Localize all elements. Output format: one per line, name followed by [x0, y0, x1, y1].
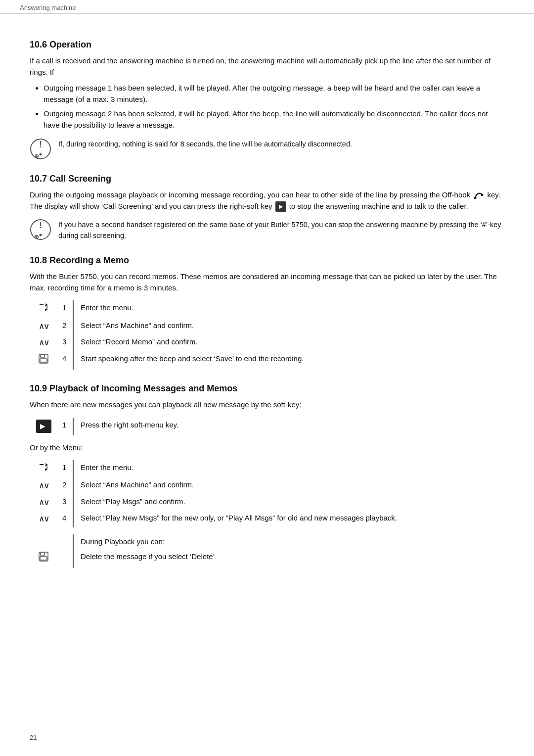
delete-num-blank [59, 549, 73, 568]
step-text-10-8-4: Start speaking after the beep and select… [73, 351, 504, 370]
step-10-9-3: ∧∨ 3 Select “Play Msgs” and confirm. [30, 494, 504, 511]
svg-point-14 [481, 193, 484, 196]
svg-point-17 [40, 234, 42, 236]
offhook-icon [474, 191, 484, 199]
section-10-9-menu-steps: 1 Enter the menu. ∧∨ 2 Select “Ans Machi… [30, 460, 504, 527]
step-10-8-3: ∧∨ 3 Select “Record Memo” and confirm. [30, 334, 504, 351]
step-icon-updown-3: ∧∨ [30, 477, 59, 494]
step-num-10-9-1: 1 [59, 460, 73, 478]
step-text-10-9-sk-1: Press the right soft-menu key. [73, 418, 504, 435]
menu-icon-2 [38, 462, 49, 472]
step-text-10-9-2: Select “Ans Machine” and confirm. [73, 477, 504, 494]
step-num-10-9-2: 2 [59, 477, 73, 494]
section-10-7-title: 10.7 Call Screening [30, 174, 504, 184]
step-icon-menu [30, 300, 59, 318]
step-10-9-4: ∧∨ 4 Select “Play New Msgs” for the new … [30, 511, 504, 527]
note-text-10-7: If you have a second handset registered … [58, 219, 504, 241]
step-10-9-2: ∧∨ 2 Select “Ans Machine” and confirm. [30, 477, 504, 494]
svg-point-9 [40, 153, 42, 155]
svg-text:!: ! [39, 220, 42, 230]
section-10-8-body: With the Butler 5750, you can record mem… [30, 271, 504, 294]
step-num-blank [59, 534, 73, 550]
section-10-7-body3: to stop the answering machine and to tal… [289, 202, 468, 210]
svg-text:!: ! [39, 140, 42, 149]
bullet-2: Outgoing message 2 has been selected, it… [44, 108, 504, 131]
section-10-6-body: If a call is received and the answering … [30, 55, 504, 78]
page-header: Answering machine [0, 0, 534, 14]
svg-rect-30 [40, 557, 47, 560]
step-num-10-8-4: 4 [59, 351, 73, 370]
header-label: Answering machine [20, 4, 76, 11]
note-text-10-6: If, during recording, nothing is said fo… [58, 138, 352, 150]
step-num-10-8-2: 2 [59, 318, 73, 335]
step-num-10-9-sk-1: 1 [59, 418, 73, 435]
step-text-10-9-1: Enter the menu. [73, 460, 504, 478]
play-button-icon: ▶ [36, 420, 51, 433]
svg-point-13 [474, 196, 477, 199]
warning-icon-10-7: ! [30, 219, 51, 240]
menu-icon [38, 302, 49, 312]
step-num-10-9-3: 3 [59, 494, 73, 511]
step-10-8-1: 1 Enter the menu. [30, 300, 504, 318]
page-number: 21 [30, 734, 37, 741]
section-10-9-softkey-steps: ▶ 1 Press the right soft-menu key. [30, 418, 504, 435]
delete-playback-row: Delete the message if you select ‘Delete… [30, 549, 504, 568]
delete-icon [38, 551, 49, 562]
step-num-10-9-4: 4 [59, 511, 73, 527]
step-10-9-1: 1 Enter the menu. [30, 460, 504, 478]
section-10-7-body-text: During the outgoing message playback or … [30, 190, 470, 199]
step-text-10-8-3: Select “Record Memo” and confirm. [73, 334, 504, 351]
step-num-10-8-3: 3 [59, 334, 73, 351]
save-icon [38, 353, 49, 364]
step-text-10-8-2: Select “Ans Machine” and confirm. [73, 318, 504, 335]
section-10-6-bullets: Outgoing message 1 has been selected, it… [44, 82, 504, 131]
svg-rect-29 [41, 552, 44, 555]
step-icon-blank [30, 534, 59, 550]
during-playback-table: During Playback you can: Delete the mess… [30, 534, 504, 568]
step-icon-menu-2 [30, 460, 59, 478]
step-icon-updown-2: ∧∨ [30, 334, 59, 351]
svg-rect-25 [40, 359, 47, 362]
step-num-10-8-1: 1 [59, 300, 73, 318]
step-icon-delete [30, 549, 59, 568]
warning-icon-10-6: ! [30, 138, 51, 160]
step-10-8-2: ∧∨ 2 Select “Ans Machine” and confirm. [30, 318, 504, 335]
softkey-icon: ▶ [275, 201, 286, 212]
during-playback-row: During Playback you can: [30, 534, 504, 550]
or-menu-text: Or by the Menu: [30, 442, 504, 453]
step-icon-save [30, 351, 59, 370]
step-text-10-8-1: Enter the menu. [73, 300, 504, 318]
section-10-6-title: 10.6 Operation [30, 40, 504, 50]
step-icon-updown-5: ∧∨ [30, 511, 59, 527]
step-text-10-9-4: Select “Play New Msgs” for the new only,… [73, 511, 504, 527]
section-10-8-steps: 1 Enter the menu. ∧∨ 2 Select “Ans Machi… [30, 300, 504, 370]
section-10-9-body: When there are new messages you can play… [30, 399, 504, 410]
section-10-8-title: 10.8 Recording a Memo [30, 255, 504, 266]
delete-playback-text: Delete the message if you select ‘Delete… [73, 549, 504, 568]
section-10-6-note: ! If, during recording, nothing is said … [30, 138, 504, 160]
page-content: 10.6 Operation If a call is received and… [0, 14, 534, 595]
svg-rect-24 [41, 354, 44, 357]
step-icon-updown-4: ∧∨ [30, 494, 59, 511]
step-icon-updown-1: ∧∨ [30, 318, 59, 335]
section-10-7-body: During the outgoing message playback or … [30, 189, 504, 212]
step-icon-play: ▶ [30, 418, 59, 435]
bullet-1: Outgoing message 1 has been selected, it… [44, 82, 504, 105]
section-10-9-title: 10.9 Playback of Incoming Messages and M… [30, 383, 504, 394]
during-playback-text: During Playback you can: [73, 534, 504, 550]
section-10-7-note: ! If you have a second handset registere… [30, 219, 504, 241]
step-10-8-4: 4 Start speaking after the beep and sele… [30, 351, 504, 370]
step-10-9-sk-1: ▶ 1 Press the right soft-menu key. [30, 418, 504, 435]
step-text-10-9-3: Select “Play Msgs” and confirm. [73, 494, 504, 511]
